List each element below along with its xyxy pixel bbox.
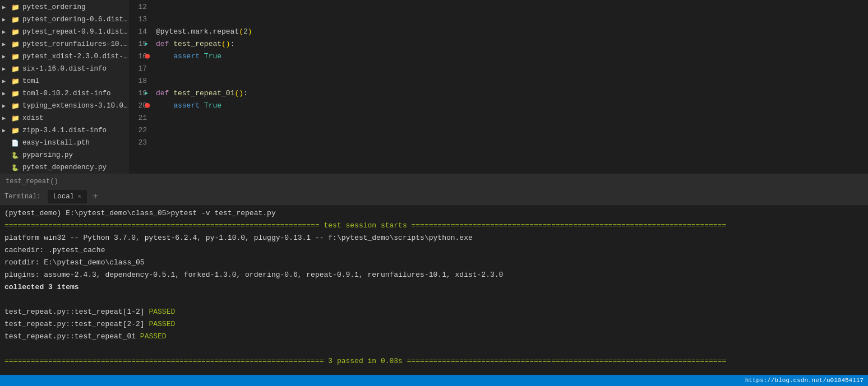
sidebar-item-label: typing_extensions-3.10.0.0 bbox=[22, 102, 129, 110]
terminal-line bbox=[4, 343, 864, 355]
terminal-tabs: Terminal: Local × + bbox=[0, 188, 868, 205]
code-line bbox=[156, 124, 868, 137]
folder-icon: 📁 bbox=[11, 102, 20, 110]
line-numbers: 121314151617181920212223 bbox=[129, 0, 151, 174]
sidebar-arrow-icon: ▶ bbox=[2, 16, 11, 23]
terminal-line: rootdir: E:\pytest_demo\class_05 bbox=[4, 257, 864, 269]
code-line bbox=[156, 75, 868, 87]
colon: : bbox=[243, 89, 248, 97]
terminal-line: test_repeat.py::test_repeat[2-2] PASSED bbox=[4, 318, 864, 331]
folder-icon: 📁 bbox=[11, 53, 20, 61]
terminal-content[interactable]: (pytest_demo) E:\pytest_demo\class_05>py… bbox=[0, 205, 868, 375]
sidebar-item[interactable]: ▶📁pytest_rerunfailures-10.1.d bbox=[0, 38, 129, 50]
sidebar-arrow-icon: ▶ bbox=[2, 115, 11, 122]
function-name: test_repeat bbox=[173, 40, 221, 48]
sidebar-item[interactable]: 📄easy-install.pth bbox=[0, 137, 129, 149]
sidebar-item[interactable]: ▶📁toml-0.10.2.dist-info bbox=[0, 87, 129, 100]
terminal-line: ========================================… bbox=[4, 220, 864, 232]
code-line bbox=[156, 137, 868, 149]
sidebar-item[interactable]: ▶📁toml bbox=[0, 75, 129, 87]
terminal-tab-name: Local bbox=[53, 193, 75, 201]
terminal-line: ========================================… bbox=[4, 355, 864, 368]
terminal-test-name: test_repeat.py::test_repeat[1-2] bbox=[4, 308, 149, 316]
sidebar-item[interactable]: 🐍pytest_dependency.py bbox=[0, 161, 129, 174]
terminal-test-name: test_repeat.py::test_repeat[2-2] bbox=[4, 320, 149, 328]
function-name: test_repeat_01 bbox=[173, 89, 234, 97]
line-number: 13 bbox=[129, 13, 147, 26]
paren: () bbox=[234, 89, 243, 97]
sidebar-item[interactable]: ▶📁pytest_repeat-0.9.1.dist-inf bbox=[0, 26, 129, 38]
sidebar-item[interactable]: ▶📁pytest_xdist-2.3.0.dist-info bbox=[0, 50, 129, 63]
terminal-passed-label: PASSED bbox=[149, 308, 175, 316]
run-button[interactable]: ▶ bbox=[145, 87, 148, 100]
file-explorer: ▶📁pytest_ordering▶📁pytest_ordering-0.6.d… bbox=[0, 0, 129, 174]
terminal-passed-label: PASSED bbox=[149, 320, 175, 328]
line-number: 14 bbox=[129, 26, 147, 38]
file-icon: 🐍 bbox=[11, 164, 20, 171]
terminal-close-icon[interactable]: × bbox=[77, 193, 81, 200]
paren-open: ( bbox=[239, 27, 243, 36]
paren-close: ) bbox=[248, 27, 252, 36]
sidebar-arrow-icon: ▶ bbox=[2, 66, 11, 72]
terminal-line: platform win32 -- Python 3.7.0, pytest-6… bbox=[4, 232, 864, 244]
code-line: 🔴 assert True bbox=[156, 50, 868, 63]
line-number: 12 bbox=[129, 1, 147, 13]
sidebar-item-label: six-1.16.0.dist-info bbox=[22, 65, 107, 73]
terminal-prompt: (pytest_demo) E:\pytest_demo\class_05>py… bbox=[4, 209, 276, 217]
terminal-area: Terminal: Local × + (pytest_demo) E:\pyt… bbox=[0, 188, 868, 375]
sidebar-item-label: pyparsing.py bbox=[22, 151, 73, 159]
sidebar-item-label: toml-0.10.2.dist-info bbox=[22, 90, 111, 97]
sidebar-item-label: xdist bbox=[22, 114, 44, 122]
sidebar-item[interactable]: 🐍pyparsing.py bbox=[0, 149, 129, 161]
terminal-separator: ========================================… bbox=[4, 221, 726, 230]
terminal-collected: collected 3 items bbox=[4, 283, 79, 291]
assert-keyword: assert bbox=[173, 101, 200, 110]
folder-icon: 📁 bbox=[11, 114, 20, 123]
breakpoint-icon[interactable]: 🔴 bbox=[145, 50, 150, 63]
line-number: 22 bbox=[129, 124, 147, 137]
sidebar-item-label: pytest_ordering-0.6.dist-in bbox=[22, 16, 129, 24]
terminal-line bbox=[4, 294, 864, 306]
folder-icon: 📁 bbox=[11, 16, 20, 24]
terminal-line: plugins: assume-2.4.3, dependency-0.5.1,… bbox=[4, 269, 864, 281]
terminal-line: cachedir: .pytest_cache bbox=[4, 244, 864, 257]
sidebar-item[interactable]: ▶📁six-1.16.0.dist-info bbox=[0, 63, 129, 75]
sidebar-item[interactable]: ▶📁pytest_ordering-0.6.dist-in bbox=[0, 13, 129, 26]
file-icon: 🐍 bbox=[11, 152, 20, 159]
terminal-label: Terminal: bbox=[4, 193, 41, 201]
code-line bbox=[156, 112, 868, 124]
folder-icon: 📁 bbox=[11, 90, 20, 98]
terminal-tab-local[interactable]: Local × bbox=[48, 190, 87, 203]
keyword-def: def bbox=[156, 89, 173, 97]
code-line: 🔴 assert True bbox=[156, 100, 868, 112]
sidebar-item-label: pytest_dependency.py bbox=[22, 164, 107, 171]
run-button[interactable]: ▶ bbox=[145, 38, 148, 50]
sidebar-item[interactable]: ▶📁xdist bbox=[0, 112, 129, 124]
terminal-separator: ========================================… bbox=[4, 357, 726, 365]
sidebar-arrow-icon: ▶ bbox=[2, 53, 11, 60]
terminal-line: (pytest_demo) E:\pytest_demo\class_05>py… bbox=[4, 207, 864, 220]
number-value: 2 bbox=[243, 27, 248, 36]
sidebar-item-label: pytest_repeat-0.9.1.dist-inf bbox=[22, 28, 129, 36]
sidebar-arrow-icon: ▶ bbox=[2, 41, 11, 48]
line-number: 17 bbox=[129, 63, 147, 75]
true-value: True bbox=[204, 52, 221, 61]
sidebar-arrow-icon: ▶ bbox=[2, 78, 11, 85]
colon: : bbox=[230, 40, 235, 48]
line-number: 18 bbox=[129, 75, 147, 87]
sidebar-item-label: pytest_ordering bbox=[22, 3, 86, 11]
breakpoint-icon[interactable]: 🔴 bbox=[145, 100, 150, 112]
folder-icon: 📁 bbox=[11, 3, 20, 12]
sidebar-item[interactable]: ▶📁typing_extensions-3.10.0.0 bbox=[0, 100, 129, 112]
sidebar-item[interactable]: ▶📁zipp-3.4.1.dist-info bbox=[0, 124, 129, 137]
code-line bbox=[156, 13, 868, 26]
decorator-text: @pytest.mark.repeat bbox=[156, 27, 239, 36]
sidebar-item-label: pytest_xdist-2.3.0.dist-info bbox=[22, 53, 129, 61]
folder-icon: 📁 bbox=[11, 28, 20, 36]
terminal-add-button[interactable]: + bbox=[89, 190, 101, 203]
sidebar-item[interactable]: ▶📁pytest_ordering bbox=[0, 1, 129, 13]
sidebar-arrow-icon: ▶ bbox=[2, 90, 11, 97]
code-editor: 121314151617181920212223 @pytest.mark.re… bbox=[129, 0, 868, 174]
file-icon: 📄 bbox=[11, 139, 20, 147]
code-line bbox=[156, 1, 868, 13]
